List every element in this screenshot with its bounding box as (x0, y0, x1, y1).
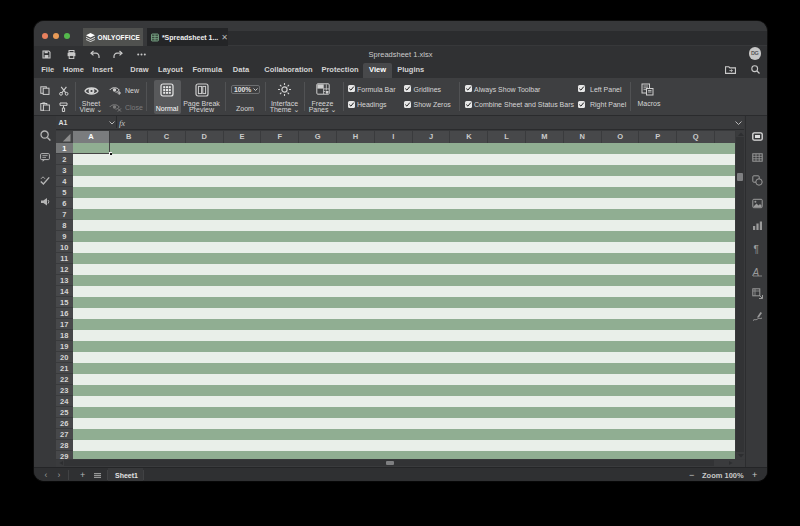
svg-text:¶: ¶ (753, 243, 758, 254)
svg-text:A: A (752, 266, 760, 277)
